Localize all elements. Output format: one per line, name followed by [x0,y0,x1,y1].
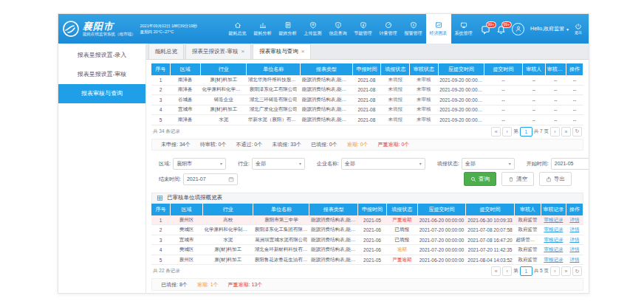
export-button[interactable]: 导出 [539,172,572,186]
prev-page-button[interactable]: ‹ [502,127,512,137]
clear-button[interactable]: 清空 [501,172,534,186]
table-row[interactable]: 2南漳县化学原料和化学制品制造业襄阳泽东化工有限公司能源消费结构表,能效指标..… [151,85,583,95]
table-row[interactable]: 1南漳县原(材)料加工湖北华海纤维科技股份有...能源消费结构表,能效指标...… [151,75,583,85]
column-header[interactable]: 应提交时间 [438,63,484,75]
company-select[interactable]: 全部▾ [341,158,425,170]
first-page-button[interactable]: « [491,266,501,276]
column-header[interactable]: 填报状态 [387,204,418,215]
bar-chart-icon [259,21,267,30]
cell[interactable]: 详情 [566,235,583,245]
column-header[interactable]: 申报时间 [357,204,386,215]
column-header[interactable]: 单位名称 [247,63,301,75]
column-header[interactable]: 行业 [203,204,253,215]
cell[interactable]: 审核记录 [541,245,566,255]
table-row[interactable]: 3谷城县铸造企业湖北三环铸造有限公司能源消费结构表,能效指标...2021-08… [151,95,583,106]
column-header[interactable]: 序号 [151,204,170,215]
tab-1[interactable]: 报表呈报设置-审核× [185,44,251,59]
cell[interactable]: 审核记录 [541,225,566,235]
sidebar-item-2[interactable]: 报表审核与查询 [58,84,145,103]
table-row[interactable]: 2樊城区化学原料和化学制品制造业襄阳泽东化工集团有限公司能源消费结构表,能效指标… [151,225,583,235]
cell: 湖北三环铸造有限公司 [247,95,301,106]
nav-item-1[interactable]: 能耗分析 [250,14,275,44]
table-row[interactable]: 5襄州区原(材)料加工襄阳鲁花浓香花生油有限公司能源消费结构表,能效指标情...… [151,255,583,265]
column-header[interactable]: 单位名称 [253,204,309,215]
industry-select[interactable]: 全部▾ [252,158,305,170]
end-date-input[interactable]: 2021-07 [183,173,238,185]
column-header[interactable]: 序号 [151,63,170,75]
column-header[interactable]: 区域 [170,63,200,75]
column-header[interactable]: 填报状态 [381,63,410,75]
table-row[interactable]: 4樊城区原(材)料加工湖北金环新材料科技有限公司能源消费结构表,能效指标情...… [151,245,583,255]
tab-0[interactable]: 能耗总览 [148,44,184,59]
column-header[interactable]: 审核人 [514,204,541,215]
table-row[interactable]: 1襄州区高校襄阳市第三中学能源消费结构表,能效指标情...2021-05严重逾期… [151,215,583,225]
fill-status-select[interactable]: 全部▾ [462,158,515,170]
cell[interactable]: 审核记录 [541,215,566,225]
cell[interactable]: 审核记录 [541,235,566,245]
column-header[interactable]: 审核记录 [545,63,566,75]
column-header[interactable]: 提交时间 [466,204,515,215]
user-menu[interactable]: Hello,政府监管 ▾ [530,25,569,32]
sidebar-item-1[interactable]: 报表呈报设置-审核 [58,65,145,84]
prev-page-button[interactable]: ‹ [502,266,512,276]
column-header[interactable]: 申报时间 [352,63,381,75]
cell[interactable]: 详情 [566,255,583,265]
last-page-button[interactable]: » [561,266,571,276]
column-header[interactable]: 提交时间 [484,63,523,75]
cell: 2021-08 [352,95,381,106]
start-date-input[interactable]: 2021-05 [551,158,589,170]
first-page-button[interactable]: « [491,127,501,137]
search-button[interactable]: 查询 [464,172,496,186]
column-header[interactable]: 行业 [200,63,246,75]
nav-item-7[interactable]: 报警管理 [401,14,426,44]
next-page-button[interactable]: › [550,127,560,137]
column-header[interactable]: 操作 [566,204,583,215]
tab-close-icon[interactable]: × [242,49,245,55]
cell: 1 [151,75,170,85]
sidebar-item-0[interactable]: 报表呈报设置-录入 [58,46,145,65]
column-header[interactable]: 审核人 [522,63,545,75]
refresh-icon[interactable]: ↻ [572,266,582,276]
column-header[interactable]: 报表类型 [301,63,352,75]
cell: -- [545,75,566,85]
last-page-button[interactable]: » [561,127,571,137]
nav-item-9[interactable]: 系统管理 [451,14,476,44]
table-row[interactable]: 5南漳县水泥华新水泥（襄阳）有限公司能源消费结构表,能效指标...2021-08… [151,115,583,125]
cell: 襄州区 [170,215,202,225]
logout-button[interactable]: 退出 [575,23,582,35]
cell: -- [484,105,523,115]
nav-item-3[interactable]: 上传监测 [301,14,326,44]
cell[interactable]: 审核记录 [541,255,566,265]
region-select[interactable]: 襄阳市▾ [173,158,226,170]
user-avatar-icon[interactable] [512,23,524,35]
summary-item: 逾期: 0个 [347,141,369,148]
table-row[interactable]: 4宜城市原(材)料加工湖北广发化业有限公司能源消费结构表,能效指标...2021… [151,105,583,115]
messages-icon[interactable]: 99+ [481,24,490,34]
notifications-bell-icon[interactable]: 99+ [496,24,506,34]
nav-item-8[interactable]: 经济图表 [426,14,451,44]
cell[interactable]: 详情 [566,225,583,235]
nav-item-0[interactable]: 能耗总览 [225,14,250,44]
column-header[interactable]: 报表类型 [309,204,358,215]
column-header[interactable]: 操作 [566,63,583,75]
cell: 原(材)料加工 [203,255,253,265]
cell[interactable]: 详情 [566,245,583,255]
current-page-input[interactable]: 1 [520,127,532,137]
tab-label: 报表呈报设置-审核 [192,48,239,55]
nav-item-2[interactable]: 能效分析 [275,14,301,44]
cell[interactable]: 详情 [566,215,583,225]
column-header[interactable]: 审核记录 [541,204,566,215]
tab-close-icon[interactable]: × [301,49,305,55]
table-row[interactable]: 3宜城市水泥葛洲坝宜城水泥有限公司能源消费结构表,能效指标情...2021-06… [151,235,583,245]
next-page-button[interactable]: › [550,266,560,276]
nav-item-5[interactable]: 节能管理 [351,14,376,44]
nav-item-6[interactable]: 计量管理 [376,14,401,44]
column-header[interactable]: 区域 [170,204,202,215]
page-total: 共 5 页 [534,268,549,274]
current-page-input[interactable]: 1 [520,266,532,276]
nav-item-4[interactable]: 信息查询 [326,14,351,44]
column-header[interactable]: 审核状态 [409,63,438,75]
column-header[interactable]: 应提交时间 [417,204,466,215]
refresh-icon[interactable]: ↻ [572,127,582,137]
tab-2[interactable]: 报表审核与查询× [253,44,311,59]
